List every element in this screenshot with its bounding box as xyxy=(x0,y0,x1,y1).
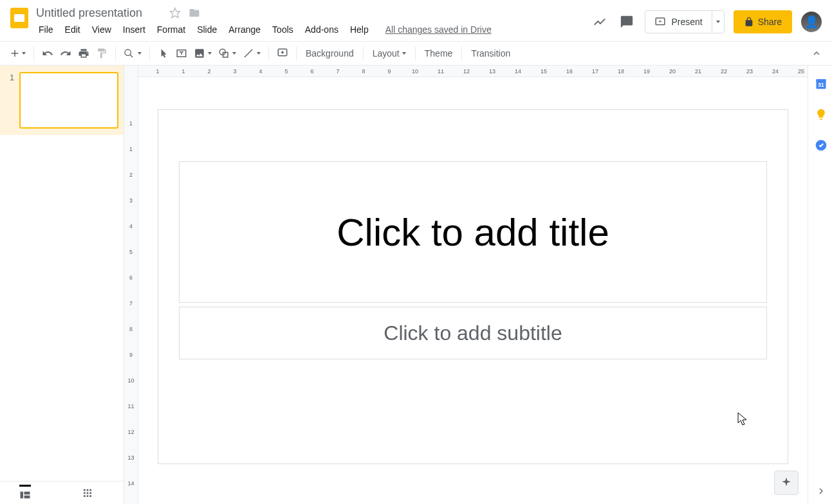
slide-canvas[interactable]: Click to add title Click to add subtitle xyxy=(158,109,788,464)
svg-rect-23 xyxy=(87,492,89,494)
layout-dropdown[interactable]: Layout xyxy=(366,46,412,61)
shape-tool[interactable] xyxy=(216,45,239,62)
menu-addons[interactable]: Add-ons xyxy=(300,22,344,37)
menu-insert[interactable]: Insert xyxy=(118,22,151,37)
side-panel: 31 xyxy=(808,66,832,504)
redo-button[interactable] xyxy=(57,45,74,62)
explore-button[interactable] xyxy=(774,471,799,495)
svg-line-12 xyxy=(245,50,252,57)
slide-thumbnail-1[interactable]: 1 xyxy=(0,66,124,135)
comments-icon[interactable] xyxy=(618,13,636,31)
canvas-area: 11234567891011121314 1123456789101112131… xyxy=(124,66,808,504)
activity-icon[interactable] xyxy=(591,13,609,31)
grid-view-icon[interactable] xyxy=(82,488,93,498)
star-icon[interactable] xyxy=(169,6,181,19)
transition-button[interactable]: Transition xyxy=(465,46,517,61)
share-button[interactable]: Share xyxy=(734,10,792,33)
slide-number: 1 xyxy=(5,72,14,129)
filmstrip: 1 xyxy=(0,66,124,504)
svg-rect-19 xyxy=(84,489,86,491)
subtitle-placeholder: Click to add subtitle xyxy=(384,321,562,345)
print-button[interactable] xyxy=(75,45,92,62)
horizontal-ruler: 1123456789101112131415161718192021222324… xyxy=(138,66,808,77)
move-folder-icon[interactable] xyxy=(188,6,201,19)
svg-rect-24 xyxy=(89,492,91,494)
slides-logo[interactable] xyxy=(5,4,33,40)
svg-line-6 xyxy=(130,55,133,57)
svg-rect-26 xyxy=(87,495,89,497)
menu-tools[interactable]: Tools xyxy=(267,22,299,37)
subtitle-textbox[interactable]: Click to add subtitle xyxy=(179,307,767,359)
menu-slide[interactable]: Slide xyxy=(192,22,222,37)
share-label: Share xyxy=(758,17,782,27)
menu-edit[interactable]: Edit xyxy=(60,22,86,37)
menu-view[interactable]: View xyxy=(87,22,116,37)
filmstrip-toolbar xyxy=(0,481,124,504)
theme-button[interactable]: Theme xyxy=(418,46,459,61)
vertical-ruler: 11234567891011121314 xyxy=(124,66,138,504)
svg-text:31: 31 xyxy=(818,82,824,88)
svg-marker-2 xyxy=(171,8,180,18)
body: 1 11234567891011121314 11234567891011121… xyxy=(0,66,832,504)
thumbnail-image xyxy=(19,72,118,129)
title-placeholder: Click to add title xyxy=(337,210,609,255)
account-avatar[interactable]: 👤 xyxy=(801,12,822,32)
menu-arrange[interactable]: Arrange xyxy=(223,22,266,37)
present-button-group: Present xyxy=(645,10,724,33)
new-slide-button[interactable] xyxy=(6,45,28,62)
svg-point-5 xyxy=(125,50,131,55)
menu-format[interactable]: Format xyxy=(152,22,190,37)
zoom-button[interactable] xyxy=(121,45,144,62)
svg-rect-20 xyxy=(87,489,89,491)
svg-rect-18 xyxy=(24,495,30,498)
paint-format-button[interactable] xyxy=(93,45,110,62)
menu-help[interactable]: Help xyxy=(345,22,374,37)
tasks-icon[interactable] xyxy=(815,139,827,152)
svg-rect-17 xyxy=(24,491,30,494)
collapse-toolbar-icon[interactable] xyxy=(809,45,828,62)
present-button[interactable]: Present xyxy=(645,11,711,33)
svg-marker-4 xyxy=(660,21,663,22)
doc-title-input[interactable] xyxy=(33,5,162,21)
keep-icon[interactable] xyxy=(815,108,827,121)
select-tool[interactable] xyxy=(155,45,172,62)
menu-file[interactable]: File xyxy=(33,22,59,37)
present-dropdown[interactable] xyxy=(712,11,724,33)
svg-rect-21 xyxy=(89,489,91,491)
svg-rect-16 xyxy=(21,491,24,498)
undo-button[interactable] xyxy=(39,45,56,62)
background-button[interactable]: Background xyxy=(299,46,360,61)
svg-rect-27 xyxy=(89,495,91,497)
menu-bar: File Edit View Insert Format Slide Arran… xyxy=(33,21,591,39)
header: File Edit View Insert Format Slide Arran… xyxy=(0,0,832,41)
filmstrip-view-icon[interactable] xyxy=(19,485,31,500)
comment-add-button[interactable] xyxy=(274,45,291,62)
line-tool[interactable] xyxy=(240,45,263,62)
svg-rect-22 xyxy=(84,492,86,494)
calendar-icon[interactable]: 31 xyxy=(815,77,827,90)
svg-rect-1 xyxy=(14,14,24,22)
title-textbox[interactable]: Click to add title xyxy=(179,161,767,303)
svg-rect-25 xyxy=(84,495,86,497)
present-label: Present xyxy=(671,17,702,27)
save-status[interactable]: All changes saved in Drive xyxy=(385,24,492,35)
image-tool[interactable] xyxy=(191,45,214,62)
side-panel-collapse-icon[interactable] xyxy=(808,478,832,504)
textbox-tool[interactable] xyxy=(173,45,190,62)
mouse-cursor-icon xyxy=(737,412,748,426)
toolbar: Background Layout Theme Transition xyxy=(0,41,832,66)
